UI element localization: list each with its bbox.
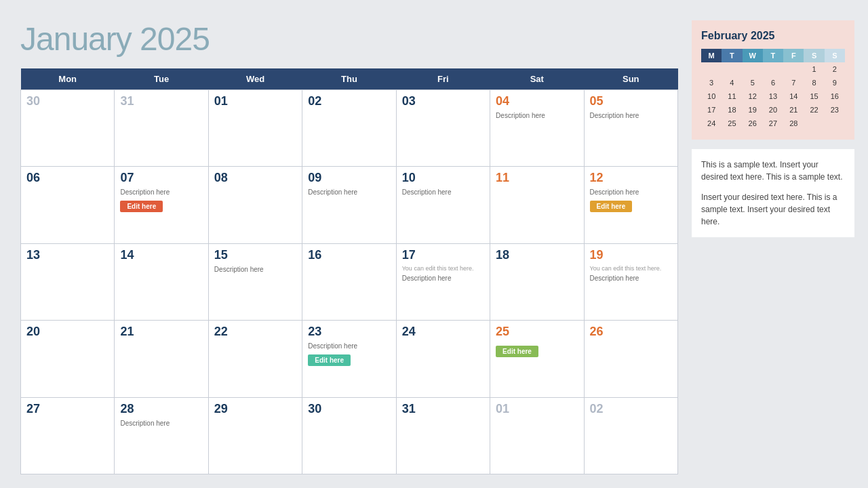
mini-cal-cell: 1	[804, 62, 824, 76]
calendar-cell: 11	[490, 167, 584, 243]
edit-button[interactable]: Edit here	[590, 201, 633, 212]
mini-cal-row: 17181920212223	[701, 103, 845, 117]
mini-cal-cell: 17	[701, 103, 722, 117]
day-number: 16	[308, 248, 390, 262]
calendar-cell: 04Description here	[490, 90, 584, 167]
mini-cal-cell	[701, 62, 722, 76]
calendar-header-row: MonTueWedThuFriSatSun	[21, 68, 678, 90]
mini-cal-header: T	[763, 49, 783, 62]
day-number: 24	[402, 325, 484, 339]
calendar-cell: 31	[115, 90, 208, 167]
mini-cal-cell: 3	[701, 76, 722, 89]
mini-cal-cell	[763, 62, 783, 76]
day-number: 04	[496, 94, 578, 108]
calendar-cell: 15Description here	[208, 243, 302, 320]
calendar-cell: 28Description here	[115, 397, 208, 474]
day-number: 06	[26, 171, 108, 185]
mini-cal-header: W	[743, 49, 763, 62]
calendar-day-header: Sun	[584, 68, 677, 90]
year-label: 2025	[140, 21, 210, 57]
mini-cal-cell: 16	[825, 89, 845, 103]
mini-cal-cell: 13	[763, 89, 783, 103]
calendar-cell: 01	[208, 90, 302, 167]
day-number: 11	[496, 171, 578, 185]
side-text-para1: This is a sample text. Insert your desir…	[701, 159, 845, 183]
mini-cal-cell	[743, 62, 763, 76]
calendar-day-header: Tue	[115, 68, 208, 90]
mini-cal-cell: 28	[783, 117, 804, 130]
day-number: 02	[590, 402, 672, 416]
calendar-row: 2728Description here2930310102	[21, 397, 678, 474]
day-number: 21	[120, 325, 202, 339]
mini-calendar-container: February 2025 MTWTFSS 123456789101112131…	[692, 20, 854, 140]
day-number: 22	[214, 325, 296, 339]
calendar-cell: 24	[396, 321, 490, 397]
calendar-cell: 20	[21, 321, 115, 397]
day-number: 18	[496, 248, 578, 262]
day-number: 05	[590, 94, 672, 108]
mini-cal-cell: 12	[743, 89, 763, 103]
mini-cal-header: M	[701, 49, 722, 62]
mini-cal-header: S	[825, 49, 845, 62]
calendar-cell: 12Description hereEdit here	[584, 167, 677, 243]
mini-cal-cell: 18	[722, 103, 742, 117]
day-number: 03	[402, 94, 484, 108]
day-number: 23	[308, 325, 390, 339]
mini-calendar-header-row: MTWTFSS	[701, 49, 845, 62]
calendar-cell: 01	[490, 397, 584, 474]
day-number: 08	[214, 171, 296, 185]
mini-cal-cell	[783, 62, 804, 76]
edit-button[interactable]: Edit here	[120, 201, 163, 212]
calendar-day-header: Fri	[396, 68, 490, 90]
side-text-para2: Insert your desired text here. This is a…	[701, 191, 845, 228]
mini-cal-cell: 22	[804, 103, 824, 117]
day-description: Description here	[496, 111, 578, 120]
day-number: 29	[214, 402, 296, 416]
day-description: Description here	[214, 265, 296, 274]
calendar-cell: 23Description hereEdit here	[302, 321, 396, 397]
mini-cal-cell: 14	[783, 89, 804, 103]
mini-cal-row: 10111213141516	[701, 89, 845, 103]
calendar-cell: 06	[21, 167, 115, 243]
edit-button[interactable]: Edit here	[308, 354, 351, 366]
calendar-cell: 02	[302, 90, 396, 167]
day-number: 02	[308, 94, 390, 108]
calendar-cell: 29	[208, 397, 302, 474]
calendar-cell: 19You can edit this text here.Descriptio…	[584, 243, 677, 320]
month-label: January	[20, 21, 132, 57]
day-description: Description here	[120, 188, 202, 197]
mini-cal-cell: 5	[743, 76, 763, 89]
calendar-row: 0607Description hereEdit here0809Descrip…	[21, 167, 678, 243]
mini-cal-cell: 10	[701, 89, 722, 103]
side-text-block: This is a sample text. Insert your desir…	[692, 149, 854, 237]
day-number: 31	[402, 402, 484, 416]
calendar-cell: 25Edit here	[490, 321, 584, 397]
day-description: Description here	[590, 188, 672, 197]
calendar-cell: 30	[21, 90, 115, 167]
day-number: 01	[496, 402, 578, 416]
calendar-row: 131415Description here1617You can edit t…	[21, 243, 678, 320]
mini-cal-cell: 26	[743, 117, 763, 130]
mini-cal-cell: 19	[743, 103, 763, 117]
calendar-cell: 14	[115, 243, 208, 320]
mini-cal-row: 3456789	[701, 76, 845, 89]
day-number: 01	[214, 94, 296, 108]
mini-cal-header: F	[783, 49, 804, 62]
mini-calendar-title: February 2025	[701, 30, 845, 42]
mini-cal-cell	[804, 117, 824, 130]
mini-cal-cell: 4	[722, 76, 742, 89]
mini-calendar: MTWTFSS 12345678910111213141516171819202…	[701, 49, 845, 130]
day-description: Description here	[590, 111, 672, 120]
mini-cal-row: 12	[701, 62, 845, 76]
day-description: Description here	[590, 274, 672, 283]
mini-cal-header: S	[804, 49, 824, 62]
day-description: Description here	[402, 274, 484, 283]
calendar-day-header: Thu	[302, 68, 396, 90]
mini-cal-cell: 20	[763, 103, 783, 117]
calendar-cell: 08	[208, 167, 302, 243]
edit-button[interactable]: Edit here	[496, 346, 538, 357]
day-number: 13	[26, 248, 108, 262]
right-panel: February 2025 MTWTFSS 123456789101112131…	[692, 20, 854, 474]
mini-cal-row: 2425262728	[701, 117, 845, 130]
mini-cal-cell: 2	[825, 62, 845, 76]
